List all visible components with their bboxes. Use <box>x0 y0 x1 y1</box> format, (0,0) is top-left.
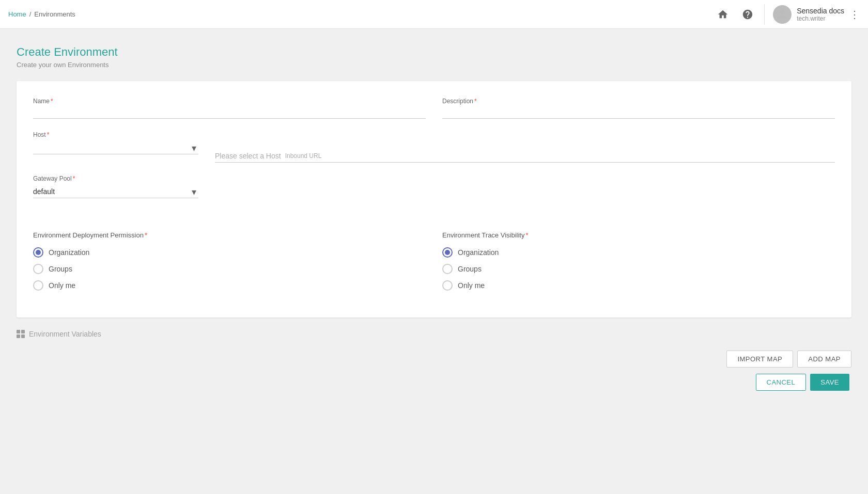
trace-visibility-group: Environment Trace Visibility* Organizati… <box>442 231 835 297</box>
breadcrumb-home-link[interactable]: Home <box>8 10 26 18</box>
host-required: * <box>47 131 50 138</box>
host-inbound-label: Inbound URL <box>285 152 322 160</box>
env-variables-label: Environment Variables <box>29 330 101 338</box>
host-inbound-display: Please select a Host Inbound URL <box>215 141 835 163</box>
deployment-permission-title: Environment Deployment Permission* <box>33 231 426 239</box>
save-cancel-row: CANCEL SAVE <box>17 374 851 391</box>
description-label: Description* <box>442 98 477 105</box>
deployment-groups-radio[interactable] <box>33 264 43 274</box>
deployment-onlyme-option[interactable]: Only me <box>33 280 426 291</box>
gateway-pool-select-wrapper: default ▾ <box>33 185 198 198</box>
deployment-groups-label: Groups <box>49 265 72 273</box>
description-required: * <box>474 98 477 105</box>
help-icon[interactable] <box>739 6 756 23</box>
deployment-org-option[interactable]: Organization <box>33 247 426 258</box>
host-row: Host* ▾ Please select a Host Inbound URL <box>33 131 835 163</box>
host-placeholder-text: Please select a Host <box>215 152 281 160</box>
save-button[interactable]: SAVE <box>810 374 849 391</box>
trace-onlyme-option[interactable]: Only me <box>442 280 835 291</box>
nav-menu-icon[interactable]: ⋮ <box>849 8 860 21</box>
name-description-row: Name* Description* <box>33 98 835 119</box>
name-label: Name* <box>33 98 53 105</box>
deployment-permission-group: Environment Deployment Permission* Organ… <box>33 231 426 297</box>
gateway-pool-row: Gateway Pool* default ▾ <box>33 175 198 198</box>
gateway-pool-required: * <box>73 175 75 182</box>
trace-onlyme-radio[interactable] <box>442 280 453 291</box>
user-role: tech.writer <box>797 15 844 22</box>
trace-groups-option[interactable]: Groups <box>442 264 835 274</box>
trace-org-label: Organization <box>458 248 499 257</box>
deployment-onlyme-radio[interactable] <box>33 280 43 291</box>
host-field: Host* ▾ <box>33 131 198 163</box>
nav-divider <box>764 4 765 25</box>
form-card: Name* Description* Host* <box>17 81 851 317</box>
cancel-button[interactable]: CANCEL <box>756 374 807 391</box>
home-icon[interactable] <box>715 6 731 23</box>
user-name: Sensedia docs <box>797 7 844 15</box>
deployment-onlyme-label: Only me <box>49 281 75 290</box>
trace-onlyme-label: Only me <box>458 281 485 290</box>
svg-rect-1 <box>17 330 20 333</box>
gateway-pool-select[interactable]: default <box>33 185 198 198</box>
host-select[interactable] <box>33 141 198 154</box>
svg-point-0 <box>780 9 784 14</box>
deployment-required: * <box>145 231 147 239</box>
breadcrumb-current: Environments <box>34 10 75 18</box>
trace-org-option[interactable]: Organization <box>442 247 835 258</box>
page-title: Create Environment <box>17 45 851 59</box>
trace-visibility-title: Environment Trace Visibility* <box>442 231 835 239</box>
env-variables-icon <box>17 330 25 338</box>
add-map-button[interactable]: ADD MAP <box>797 350 851 368</box>
bottom-actions: IMPORT MAP ADD MAP <box>17 350 851 368</box>
gateway-pool-field: Gateway Pool* default ▾ <box>33 175 198 198</box>
name-input[interactable] <box>33 98 426 119</box>
trace-groups-label: Groups <box>458 265 482 273</box>
name-required: * <box>51 98 53 105</box>
import-map-button[interactable]: IMPORT MAP <box>726 350 793 368</box>
trace-groups-radio[interactable] <box>442 264 453 274</box>
user-section: Sensedia docs tech.writer ⋮ <box>773 5 860 24</box>
breadcrumb: Home / Environments <box>8 10 715 18</box>
trace-org-radio[interactable] <box>442 247 453 258</box>
trace-required: * <box>525 231 528 239</box>
nav-right: Sensedia docs tech.writer ⋮ <box>715 4 860 25</box>
host-inbound-field: Please select a Host Inbound URL <box>215 131 835 163</box>
deployment-org-label: Organization <box>49 248 89 257</box>
deployment-groups-option[interactable]: Groups <box>33 264 426 274</box>
host-label: Host* <box>33 131 49 138</box>
svg-rect-2 <box>21 330 25 333</box>
gateway-pool-label: Gateway Pool* <box>33 175 75 182</box>
page-subtitle: Create your own Environments <box>17 61 851 69</box>
breadcrumb-separator: / <box>29 10 32 18</box>
env-variables-section: Environment Variables <box>17 330 851 338</box>
name-field: Name* <box>33 98 426 119</box>
page-content: Create Environment Create your own Envir… <box>0 29 868 407</box>
host-select-wrapper: ▾ <box>33 141 198 154</box>
permission-row: Environment Deployment Permission* Organ… <box>33 231 835 297</box>
top-nav: Home / Environments Sensedia docs tech.w… <box>0 0 868 29</box>
description-input[interactable] <box>442 98 835 119</box>
svg-rect-4 <box>21 334 25 338</box>
right-actions: IMPORT MAP ADD MAP <box>726 350 851 368</box>
user-info: Sensedia docs tech.writer <box>797 7 844 22</box>
avatar <box>773 5 792 24</box>
deployment-org-radio[interactable] <box>33 247 43 258</box>
svg-rect-3 <box>17 334 20 338</box>
description-field: Description* <box>442 98 835 119</box>
